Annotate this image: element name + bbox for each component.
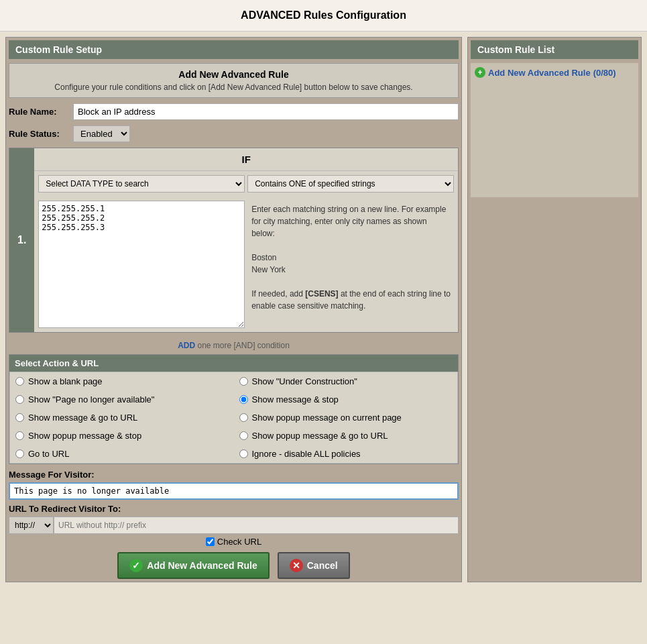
add-condition-text: one more [AND] condition [195,341,290,350]
action-grid: Show a blank page Show "Under Constructi… [9,372,458,464]
add-rule-button[interactable]: ✓ Add New Advanced Rule [117,552,269,579]
action-popup-stop[interactable]: Show popup message & stop [10,427,234,445]
action-no-longer-radio[interactable] [15,395,24,404]
action-go-url-radio[interactable] [15,449,24,458]
if-header: IF [34,148,458,171]
action-popup-url-radio[interactable] [239,431,248,440]
add-condition-link[interactable]: ADD [178,341,195,350]
if-content: IF Select DATA TYPE to search Contains O… [34,148,458,332]
condition-type-select[interactable]: Contains ONE of specified strings [247,175,454,193]
add-rule-box-subtitle: Configure your rule conditions and click… [15,83,453,92]
action-message-stop[interactable]: Show message & stop [234,390,458,409]
add-condition-row: ADD one more [AND] condition [9,337,459,354]
select-action-header: Select Action & URL [9,355,458,372]
action-construction-label: Show "Under Construction" [252,376,357,386]
action-popup-stop-radio[interactable] [15,431,24,440]
url-row: http:// https:// [9,517,459,534]
action-go-url-label: Go to URL [28,449,69,459]
action-construction-radio[interactable] [239,377,248,386]
message-section: Message For Visitor: [9,470,459,500]
url-prefix-select[interactable]: http:// https:// [9,517,54,534]
rule-name-input[interactable] [73,103,459,120]
action-msg-url-radio[interactable] [15,413,24,422]
action-message-stop-label: Show message & stop [252,394,339,405]
action-msg-url-label: Show message & go to URL [28,413,137,423]
if-section: 1. IF Select DATA TYPE to search Contain… [9,148,459,333]
data-type-select[interactable]: Select DATA TYPE to search [38,175,245,193]
check-url-label: Check URL [217,537,261,547]
add-new-rule-count: (0/80) [593,68,616,78]
right-panel: Custom Rule List + Add New Advanced Rule… [467,37,642,582]
action-popup-current[interactable]: Show popup message on current page [234,409,458,427]
action-blank-label: Show a blank page [28,376,103,386]
action-ignore-radio[interactable] [239,449,248,458]
action-msg-url[interactable]: Show message & go to URL [10,409,234,427]
buttons-row: ✓ Add New Advanced Rule ✕ Cancel [9,552,459,579]
add-rule-button-label: Add New Advanced Rule [147,560,257,571]
action-ignore[interactable]: Ignore - disable ALL policies [234,445,458,463]
url-section: URL To Redirect Visitor To: http:// http… [9,504,459,547]
cancel-button-label: Cancel [307,560,338,571]
rule-status-row: Rule Status: Enabled Disabled [9,125,459,142]
cancel-icon: ✕ [290,559,303,572]
action-popup-current-label: Show popup message on current page [252,413,402,423]
add-rule-box-title: Add New Advanced Rule [15,69,453,80]
left-panel-header: Custom Rule Setup [9,40,459,59]
rule-status-label: Rule Status: [9,129,69,139]
action-ignore-label: Ignore - disable ALL policies [252,449,361,459]
add-rule-icon: ✓ [129,559,143,572]
add-new-rule-link[interactable]: + Add New Advanced Rule (0/80) [475,67,634,78]
check-url-row: Check URL [9,537,459,547]
action-go-url[interactable]: Go to URL [10,445,234,463]
help-text: Enter each matching string on a new line… [249,201,454,328]
action-message-stop-radio[interactable] [239,395,248,404]
action-no-longer-label: Show "Page no longer available" [28,394,154,405]
action-blank[interactable]: Show a blank page [10,372,234,390]
url-label: URL To Redirect Visitor To: [9,504,459,514]
add-circle-icon: + [475,67,485,78]
custom-rule-list-content: + Add New Advanced Rule (0/80) [471,63,638,197]
action-popup-current-radio[interactable] [239,413,248,422]
action-construction[interactable]: Show "Under Construction" [234,372,458,390]
condition-body: 255.255.255.1 255.255.255.2 255.255.255.… [34,197,458,332]
rule-status-select[interactable]: Enabled Disabled [73,125,130,142]
add-new-rule-label: Add New Advanced Rule [488,68,591,78]
url-input[interactable] [54,517,459,534]
check-url-checkbox[interactable] [206,537,215,546]
ip-textarea[interactable]: 255.255.255.1 255.255.255.2 255.255.255.… [38,201,245,328]
message-input[interactable] [9,482,459,500]
action-popup-stop-label: Show popup message & stop [28,431,141,441]
select-action-section: Select Action & URL Show a blank page Sh… [9,354,459,464]
action-no-longer[interactable]: Show "Page no longer available" [10,390,234,409]
action-blank-radio[interactable] [15,377,24,386]
rule-name-row: Rule Name: [9,103,459,120]
condition-selects: Select DATA TYPE to search Contains ONE … [34,171,458,197]
page-title: ADVANCED Rules Configuration [0,0,647,32]
right-panel-header: Custom Rule List [471,40,638,59]
message-label: Message For Visitor: [9,470,459,480]
left-panel: Custom Rule Setup Add New Advanced Rule … [5,37,462,582]
add-rule-info-box: Add New Advanced Rule Configure your rul… [9,63,459,98]
if-number: 1. [9,148,34,332]
action-popup-url[interactable]: Show popup message & go to URL [234,427,458,445]
cancel-button[interactable]: ✕ Cancel [278,552,350,579]
action-popup-url-label: Show popup message & go to URL [252,431,388,441]
rule-name-label: Rule Name: [9,107,69,117]
